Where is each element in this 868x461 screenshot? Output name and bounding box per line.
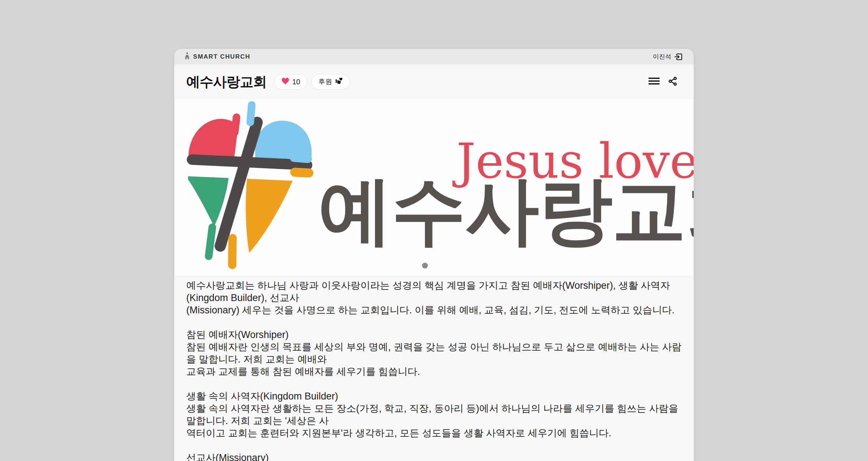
worshiper-section: 참된 예배자(Worshiper) 참된 예배자란 인생의 목표를 세상의 부와… bbox=[186, 329, 682, 378]
hamburger-icon bbox=[648, 77, 660, 87]
banner-church-name: 예수사랑교회 bbox=[318, 170, 694, 250]
logo-orange-quadrant bbox=[246, 173, 294, 253]
app-card: SMART CHURCH 이진석 예수사랑교회 10 bbox=[174, 49, 694, 461]
section-heading: 참된 예배자(Worshiper) bbox=[186, 329, 682, 341]
banner-carousel[interactable]: Jesus loves you 예수사랑교회 bbox=[174, 99, 694, 276]
intro-text: 예수사랑교회는 하나님 사랑과 이웃사랑이라는 성경의 핵심 계명을 가지고 참… bbox=[186, 279, 682, 316]
like-count: 10 bbox=[292, 78, 300, 86]
about-content: 예수사랑교회는 하나님 사랑과 이웃사랑이라는 성경의 핵심 계명을 가지고 참… bbox=[174, 276, 694, 461]
logout-icon[interactable] bbox=[674, 52, 683, 61]
menu-button[interactable] bbox=[648, 77, 660, 87]
share-button[interactable] bbox=[668, 76, 678, 88]
heart-icon bbox=[281, 77, 289, 86]
brand-label: SMART CHURCH bbox=[193, 53, 250, 60]
user-name: 이진석 bbox=[653, 52, 671, 61]
page-title: 예수사랑교회 bbox=[186, 73, 267, 91]
section-body: 참된 예배자란 인생의 목표를 세상의 부와 명예, 권력을 갖는 성공 아닌 … bbox=[186, 341, 682, 378]
account-area: 이진석 bbox=[653, 52, 683, 61]
smart-church-brand: SMART CHURCH bbox=[184, 52, 250, 61]
church-logo bbox=[186, 101, 318, 273]
page-header: 예수사랑교회 10 후원 bbox=[174, 64, 694, 99]
donate-button[interactable]: 후원 bbox=[311, 74, 350, 90]
section-heading: 선교사(Missionary) bbox=[186, 452, 682, 461]
hand-heart-icon bbox=[335, 77, 343, 86]
donate-label: 후원 bbox=[318, 77, 332, 86]
carousel-dot[interactable] bbox=[422, 263, 428, 268]
like-button[interactable]: 10 bbox=[275, 74, 307, 90]
share-icon bbox=[668, 76, 678, 88]
top-bar: SMART CHURCH 이진석 bbox=[174, 49, 694, 64]
intro-section: 예수사랑교회는 하나님 사랑과 이웃사랑이라는 성경의 핵심 계명을 가지고 참… bbox=[186, 279, 682, 316]
section-heading: 생활 속의 사역자(Kingdom Builder) bbox=[186, 390, 682, 402]
church-icon bbox=[184, 52, 191, 61]
missionary-section: 선교사(Missionary) 선교사란 복음을 들고 믿지 않는 족속에 나아… bbox=[186, 452, 682, 461]
section-body: 생활 속의 사역자란 생활하는 모든 장소(가정, 학교, 직장, 동아리 등)… bbox=[186, 402, 682, 439]
kingdom-builder-section: 생활 속의 사역자(Kingdom Builder) 생활 속의 사역자란 생활… bbox=[186, 390, 682, 439]
